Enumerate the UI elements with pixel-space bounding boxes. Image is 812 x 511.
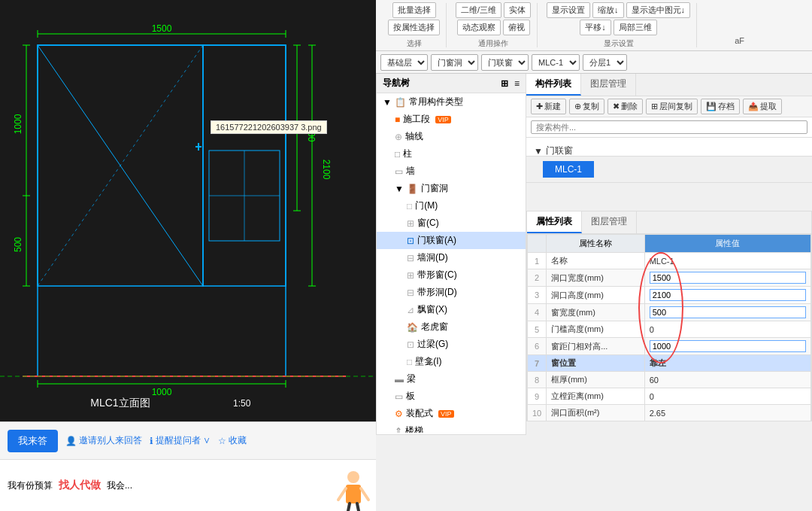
prop-value-2[interactable] bbox=[644, 269, 810, 287]
nav-item-chuang-label: 窗(C) bbox=[417, 217, 439, 230]
collect-link[interactable]: ☆ 收藏 bbox=[218, 434, 247, 447]
extract-icon: 📤 bbox=[748, 102, 759, 111]
prop-value-6[interactable] bbox=[644, 338, 810, 355]
nav-list-icon[interactable]: ≡ bbox=[514, 78, 520, 89]
component-item-mlc1[interactable]: MLC-1 bbox=[543, 161, 594, 178]
prop-input-3[interactable] bbox=[650, 289, 806, 301]
2d3d-btn[interactable]: 二维/三维 bbox=[456, 2, 501, 18]
type1-dropdown[interactable]: 门窗洞 bbox=[431, 54, 478, 71]
nav-item-shigong[interactable]: ■ 施工段 VIP bbox=[377, 111, 526, 128]
archive-btn[interactable]: 💾 存档 bbox=[701, 99, 740, 114]
copy-btn[interactable]: ⊕ 复制 bbox=[569, 99, 604, 114]
prop-value-1: MLC-1 bbox=[644, 253, 810, 269]
svg-text:MLC1立面图: MLC1立面图 bbox=[90, 397, 150, 409]
filename-tooltip: 161577221202603937 3.png bbox=[211, 120, 327, 134]
dynamic-view-btn[interactable]: 动态观察 bbox=[457, 20, 501, 35]
nav-item-daixingchuang[interactable]: ⊞ 带形窗(C) bbox=[377, 266, 526, 284]
prop-name-4: 窗宽度(mm) bbox=[547, 304, 644, 321]
property-row-6: 6窗距门相对高... bbox=[528, 338, 811, 355]
remind-link[interactable]: ℹ 提醒提问者 ∨ bbox=[150, 434, 211, 447]
nav-item-tuidong[interactable]: ⊟ 墙洞(D) bbox=[377, 249, 526, 266]
nav-item-ban[interactable]: ▭ 板 bbox=[377, 388, 526, 405]
tab-attr-list[interactable]: 属性列表 bbox=[527, 211, 582, 233]
tab-layer-mgmt-top[interactable]: 图层管理 bbox=[581, 74, 636, 96]
vip-badge-shigong: VIP bbox=[435, 116, 451, 123]
delete-btn[interactable]: ✖ 删除 bbox=[607, 99, 643, 114]
nav-item-bidong[interactable]: □ 壁龛(I) bbox=[377, 353, 526, 370]
type2-dropdown[interactable]: 门联窗 bbox=[481, 54, 529, 71]
nav-item-men[interactable]: □ 门(M) bbox=[377, 197, 526, 214]
prop-name-8: 框厚(mm) bbox=[547, 372, 644, 388]
search-input[interactable] bbox=[531, 120, 807, 134]
prop-value-5: 0 bbox=[644, 321, 810, 338]
nav-item-guoliang[interactable]: ⊡ 过梁(G) bbox=[377, 336, 526, 353]
prop-input-2[interactable] bbox=[650, 272, 806, 284]
new-btn[interactable]: ✚ 新建 bbox=[531, 99, 566, 114]
promo-text1: 我有份预算 bbox=[8, 479, 53, 492]
nav-item-zhoulian[interactable]: ⊕ 轴线 bbox=[377, 128, 526, 145]
nav-item-menchuangdong[interactable]: ▼ 🚪 门窗洞 bbox=[377, 180, 526, 197]
prop-value-3[interactable] bbox=[644, 287, 810, 304]
row-num-7: 7 bbox=[528, 355, 547, 372]
answer-button[interactable]: 我来答 bbox=[8, 430, 58, 452]
layer-dropdown[interactable]: 基础层 bbox=[380, 54, 428, 71]
row-num-4: 4 bbox=[528, 304, 547, 321]
sublayer-dropdown[interactable]: 分层1 bbox=[583, 54, 627, 71]
tab-component-list[interactable]: 构件列表 bbox=[526, 74, 581, 96]
laohuchuang-icon: 🏠 bbox=[407, 322, 418, 333]
prop-input-6[interactable] bbox=[650, 340, 806, 352]
nav-content: ▼ 📋 常用构件类型 ■ 施工段 VIP ⊕ 轴线 □ 柱 ▭ 墙 ▼ 🚪 门窗… bbox=[377, 93, 526, 433]
prop-input-4[interactable] bbox=[650, 306, 806, 318]
nav-item-peizhuangshi[interactable]: ⚙ 装配式 VIP bbox=[377, 405, 526, 422]
attr-select-btn[interactable]: 按属性选择 bbox=[388, 20, 440, 35]
pan-btn[interactable]: 平移↓ bbox=[580, 20, 611, 35]
display-settings-btn[interactable]: 显示设置 bbox=[547, 2, 590, 18]
extract-btn[interactable]: 📤 提取 bbox=[743, 99, 782, 114]
ban-icon: ▭ bbox=[395, 391, 403, 402]
property-row-4: 4窗宽度(mm) bbox=[528, 304, 811, 321]
qiang-icon: ▭ bbox=[395, 166, 403, 177]
promo-figure bbox=[331, 466, 376, 511]
remind-label: 提醒提问者 ∨ bbox=[156, 434, 211, 447]
guoliang-icon: ⊡ bbox=[407, 339, 414, 350]
layer-copy-btn[interactable]: ⊞ 层间复制 bbox=[646, 99, 698, 114]
new-icon: ✚ bbox=[536, 102, 543, 111]
prop-value-4[interactable] bbox=[644, 304, 810, 321]
nav-item-liang[interactable]: ▬ 梁 bbox=[377, 370, 526, 388]
col-name-header: 属性名称 bbox=[547, 235, 644, 253]
promo-link[interactable]: 找人代做 bbox=[59, 479, 101, 492]
zoom-btn[interactable]: 缩放↓ bbox=[592, 2, 624, 18]
nav-item-louti[interactable]: ⇑ 楼梯 bbox=[377, 422, 526, 433]
cad-drawing-area: 1500 1000 500 1100 2100 1000 bbox=[0, 0, 376, 421]
batch-select-btn[interactable]: 批量选择 bbox=[392, 2, 436, 18]
property-row-8: 8框厚(mm)60 bbox=[528, 372, 811, 388]
display-group-label: 显示设置 bbox=[604, 38, 634, 49]
row-num-2: 2 bbox=[528, 269, 547, 287]
melianchuang-icon: ⊡ bbox=[407, 236, 414, 246]
layer-copy-icon: ⊞ bbox=[651, 102, 658, 111]
nav-item-piaochuang[interactable]: ⊿ 飘窗(X) bbox=[377, 301, 526, 318]
top-view-btn[interactable]: 俯视 bbox=[503, 20, 530, 35]
nav-item-melianchuang[interactable]: ⊡ 门联窗(A) bbox=[377, 232, 526, 249]
nav-item-common[interactable]: ▼ 📋 常用构件类型 bbox=[377, 93, 526, 111]
invite-link[interactable]: 👤 邀请别人来回答 bbox=[65, 434, 142, 447]
solid-btn[interactable]: 实体 bbox=[504, 2, 531, 18]
nav-panel: 导航树 ⊞ ≡ ▼ 📋 常用构件类型 ■ 施工段 VIP ⊕ 轴线 □ 柱 ▭ … bbox=[376, 74, 526, 435]
nav-item-chuang[interactable]: ⊞ 窗(C) bbox=[377, 214, 526, 232]
nav-item-daixingdong[interactable]: ⊟ 带形洞(D) bbox=[377, 284, 526, 301]
svg-line-40 bbox=[338, 488, 346, 500]
prop-name-7: 窗位置 bbox=[547, 355, 644, 372]
prop-name-10: 洞口面积(m²) bbox=[547, 405, 644, 421]
nav-item-zhu[interactable]: □ 柱 bbox=[377, 145, 526, 163]
nav-item-qiang[interactable]: ▭ 墙 bbox=[377, 163, 526, 180]
prop-name-2: 洞口宽度(mm) bbox=[547, 269, 644, 287]
common-group-label: 通用操作 bbox=[478, 38, 508, 49]
row-num-9: 9 bbox=[528, 388, 547, 405]
tab-layer-mgmt-bottom[interactable]: 图层管理 bbox=[582, 211, 637, 233]
code-dropdown[interactable]: MLC-1 bbox=[532, 54, 580, 71]
nav-expand-icon[interactable]: ⊞ bbox=[501, 78, 508, 89]
show-selected-btn[interactable]: 显示选中图元↓ bbox=[626, 2, 691, 18]
nav-item-laohuchuang[interactable]: 🏠 老虎窗 bbox=[377, 318, 526, 336]
svg-text:2100: 2100 bbox=[321, 160, 332, 180]
local-3d-btn[interactable]: 局部三维 bbox=[614, 20, 657, 35]
